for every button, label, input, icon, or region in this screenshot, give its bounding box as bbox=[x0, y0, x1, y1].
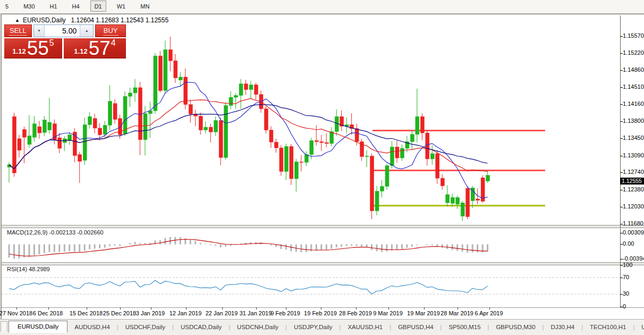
date-axis-label: 6 Apr 2019 bbox=[474, 310, 503, 316]
quote-ohlc-values: 1.12604 1.12683 1.12543 1.12555 bbox=[71, 16, 169, 24]
date-axis-label: 9 Feb 2019 bbox=[270, 310, 300, 316]
timeframe-button-5[interactable]: 5 bbox=[1, 1, 13, 12]
chart-tab-audusd-h4[interactable]: AUDUSD,H4 bbox=[67, 321, 116, 332]
chart-tab-dj30-h4[interactable]: DJ30,H4 bbox=[544, 321, 581, 332]
date-axis-label: 25 Dec 2018 bbox=[103, 310, 136, 316]
date-axis-label: 27 Nov 2018 bbox=[0, 310, 32, 316]
chart-tab-bar: EURUSD,DailyAUDUSD,H4|USDCHF,Daily|USDCA… bbox=[0, 320, 644, 335]
price-axis-label: 1.12030 bbox=[623, 203, 644, 210]
rsi-name: RSI(14) bbox=[7, 266, 27, 272]
buy-price-pip: 4 bbox=[111, 38, 116, 48]
date-axis-label: 31 Jan 2019 bbox=[240, 310, 272, 316]
date-axis-label: 22 Jan 2019 bbox=[206, 310, 238, 316]
macd-indicator-label: MACD(12,26,9) -0.002133 -0.002660 bbox=[7, 229, 104, 236]
rsi-indicator-label: RSI(14) 48.2989 bbox=[7, 266, 50, 272]
macd-scale-label: -0.003947 bbox=[623, 255, 644, 262]
one-click-trade-panel: SELL ▼ 5.00 ▲ BUY 1.12 55 5 1.12 57 4 bbox=[4, 24, 126, 58]
mt4-workspace: 5M30H1H4D1W1MN ▲EURUSD,Daily1.12604 1.12… bbox=[0, 0, 644, 335]
chart-tab-xauusd-h1[interactable]: XAUUSD,H1 bbox=[341, 321, 389, 332]
price-axis-label: 1.15570 bbox=[623, 32, 644, 39]
chart-tab-gbpusd-h4[interactable]: GBPUSD,H4 bbox=[391, 321, 440, 332]
sell-price-button[interactable]: 1.12 55 5 bbox=[4, 38, 62, 58]
volume-increase-button[interactable]: ▲ bbox=[80, 25, 93, 37]
timeframe-button-m30[interactable]: M30 bbox=[19, 1, 39, 12]
sell-button[interactable]: SELL bbox=[4, 24, 32, 37]
date-axis-label: 9 Mar 2019 bbox=[373, 310, 403, 316]
date-axis-label: 19 Mar 2019 bbox=[407, 310, 440, 316]
chart-tab-eurusd-daily[interactable]: EURUSD,Daily bbox=[9, 321, 67, 333]
price-chart-canvas[interactable] bbox=[2, 14, 644, 320]
timeframe-toolbar: 5M30H1H4D1W1MN bbox=[0, 0, 644, 14]
timeframe-button-d1[interactable]: D1 bbox=[90, 1, 106, 12]
timeframe-button-h4[interactable]: H4 bbox=[68, 1, 84, 12]
sell-price-prefix: 1.12 bbox=[12, 47, 26, 55]
macd-scale-label: 0.003095 bbox=[623, 229, 644, 236]
quote-strip: ▲EURUSD,Daily1.12604 1.12683 1.12543 1.1… bbox=[15, 16, 168, 24]
chart-tab-usdchf-daily[interactable]: USDCHF,Daily bbox=[118, 321, 172, 332]
tab-bar-stub bbox=[1, 321, 7, 332]
macd-scale-label: 0.00 bbox=[623, 240, 634, 247]
timeframe-button-mn[interactable]: MN bbox=[136, 1, 154, 12]
date-axis-label: 6 Dec 2018 bbox=[33, 310, 63, 316]
date-axis-label: 28 Mar 2019 bbox=[440, 310, 473, 316]
rsi-scale-label: 100 bbox=[623, 262, 632, 268]
date-axis-label: 19 Feb 2019 bbox=[304, 310, 337, 316]
buy-price-button[interactable]: 1.12 57 4 bbox=[64, 38, 126, 58]
chart-tab-usdjpy-daily[interactable]: USDJPY,Daily bbox=[287, 321, 340, 332]
price-axis-label: 1.14860 bbox=[623, 66, 644, 73]
timeframe-button-h1[interactable]: H1 bbox=[46, 1, 62, 12]
rsi-scale-label: 0 bbox=[623, 303, 626, 309]
price-axis-label: 1.13800 bbox=[623, 118, 644, 124]
volume-decrease-button[interactable]: ▼ bbox=[34, 25, 45, 37]
chart-tab-sp500-m15[interactable]: SP500,M15 bbox=[442, 321, 487, 332]
buy-button[interactable]: BUY bbox=[95, 24, 126, 37]
timeframe-button-w1[interactable]: W1 bbox=[113, 1, 130, 12]
price-axis-label: 1.13450 bbox=[623, 135, 644, 141]
rsi-scale-label: 70 bbox=[623, 274, 629, 280]
chart-window bbox=[1, 14, 644, 320]
rsi-scale-label: 30 bbox=[623, 290, 629, 297]
chart-tab-uko[interactable]: UKO bbox=[634, 321, 644, 332]
chart-tab-usdcnh-daily[interactable]: USDCNH,Daily bbox=[230, 321, 285, 332]
price-axis-label: 1.12740 bbox=[623, 169, 644, 175]
buy-button-label: BUY bbox=[103, 27, 118, 36]
macd-name: MACD(12,26,9) bbox=[7, 229, 47, 236]
rsi-value: 48.2989 bbox=[29, 266, 50, 272]
volume-spinner: ▼ 5.00 ▲ bbox=[33, 24, 94, 37]
macd-values: -0.002133 -0.002660 bbox=[49, 229, 103, 236]
chart-tab-tech100-h1[interactable]: TECH100,H1 bbox=[583, 321, 633, 332]
price-axis-label: 1.11680 bbox=[623, 220, 643, 227]
chart-tab-gbpusd-m30[interactable]: GBPUSD,M30 bbox=[489, 321, 542, 332]
sell-price-pip: 5 bbox=[49, 38, 54, 48]
date-axis-label: 12 Jan 2019 bbox=[170, 310, 202, 316]
sell-button-label: SELL bbox=[9, 27, 27, 36]
volume-input[interactable]: 5.00 bbox=[45, 25, 80, 37]
chart-tab-usdcad-daily[interactable]: USDCAD,Daily bbox=[174, 321, 228, 332]
symbol-marker-icon: ▲ bbox=[15, 18, 20, 23]
price-axis-label: 1.14510 bbox=[623, 83, 644, 90]
quote-symbol: EURUSD,Daily bbox=[23, 16, 66, 24]
date-axis-label: 28 Feb 2019 bbox=[339, 310, 372, 316]
buy-price-big: 57 bbox=[89, 39, 111, 57]
price-axis-label: 1.12380 bbox=[623, 186, 644, 192]
price-axis-label: 1.13090 bbox=[623, 152, 644, 158]
current-price-tag: 1.12555 bbox=[620, 178, 644, 185]
date-axis-label: 3 Jan 2019 bbox=[136, 310, 165, 316]
buy-price-prefix: 1.12 bbox=[74, 47, 87, 55]
price-axis-label: 1.14160 bbox=[623, 100, 644, 107]
sell-price-big: 55 bbox=[27, 39, 49, 57]
date-axis-label: 15 Dec 2018 bbox=[70, 310, 103, 316]
price-axis-label: 1.15220 bbox=[623, 49, 644, 56]
